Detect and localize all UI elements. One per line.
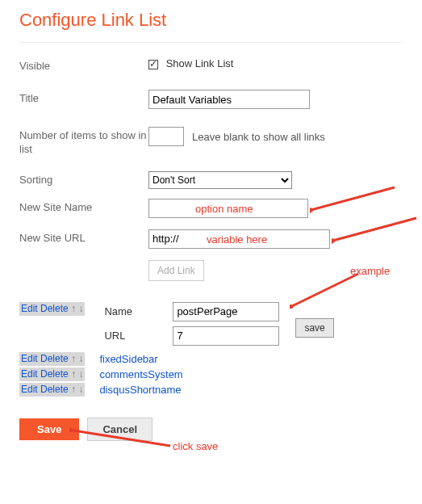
visible-label: Visible: [19, 57, 148, 72]
title-label: Title: [19, 90, 148, 104]
new-site-name-input[interactable]: [148, 199, 308, 218]
numitems-hint: Leave blank to show all links: [192, 131, 325, 143]
entry-link-name[interactable]: disqusShortname: [99, 384, 181, 396]
show-link-list-label: Show Link List: [166, 57, 234, 69]
new-site-url-input[interactable]: [148, 229, 330, 249]
new-site-url-label: New Site URL: [19, 229, 148, 244]
annotation-arrow-icon: [332, 216, 420, 245]
sorting-select[interactable]: Don't Sort: [148, 171, 292, 189]
entry-name-input[interactable]: [173, 302, 279, 321]
title-input[interactable]: [148, 90, 310, 109]
list-item: Edit Delete ↑ ↓disqusShortname: [19, 383, 403, 397]
entry-name-label: Name: [104, 305, 173, 317]
entry-link-name[interactable]: commentsSystem: [99, 368, 182, 380]
entry-edit-actions[interactable]: Edit Delete ↑ ↓: [19, 302, 85, 316]
sort-arrows-icon[interactable]: ↑ ↓: [71, 384, 83, 395]
svg-line-0: [314, 187, 395, 209]
entry-url-label: URL: [104, 330, 173, 342]
save-button[interactable]: Save: [19, 418, 79, 440]
entry-url-input[interactable]: [173, 326, 279, 346]
numitems-label: Number of items to show in list: [19, 127, 148, 157]
show-link-list-checkbox[interactable]: [148, 60, 158, 69]
divider: [19, 42, 403, 43]
page-title: Configure Link List: [19, 10, 403, 31]
annotation-example: example: [350, 265, 390, 277]
entry-actions[interactable]: Edit Delete ↑ ↓: [19, 352, 85, 366]
entry-link-name[interactable]: fixedSidebar: [99, 353, 157, 365]
cancel-button[interactable]: Cancel: [87, 418, 153, 441]
entry-actions[interactable]: Edit Delete ↑ ↓: [19, 368, 85, 381]
entry-actions[interactable]: Edit Delete ↑ ↓: [19, 383, 85, 397]
sort-arrows-icon[interactable]: ↑ ↓: [71, 303, 83, 314]
sort-arrows-icon[interactable]: ↑ ↓: [71, 353, 83, 364]
numitems-input[interactable]: [148, 127, 184, 146]
sorting-label: Sorting: [19, 171, 148, 186]
sort-arrows-icon[interactable]: ↑ ↓: [71, 368, 83, 380]
list-item: Edit Delete ↑ ↓commentsSystem: [19, 368, 403, 381]
add-link-button[interactable]: Add Link: [148, 260, 204, 281]
annotation-click-save: click save: [173, 440, 218, 452]
annotation-arrow-icon: [310, 185, 399, 214]
list-item: Edit Delete ↑ ↓fixedSidebar: [19, 352, 403, 366]
entry-save-button[interactable]: save: [295, 318, 333, 338]
new-site-name-label: New Site Name: [19, 199, 148, 213]
svg-line-1: [336, 218, 416, 240]
